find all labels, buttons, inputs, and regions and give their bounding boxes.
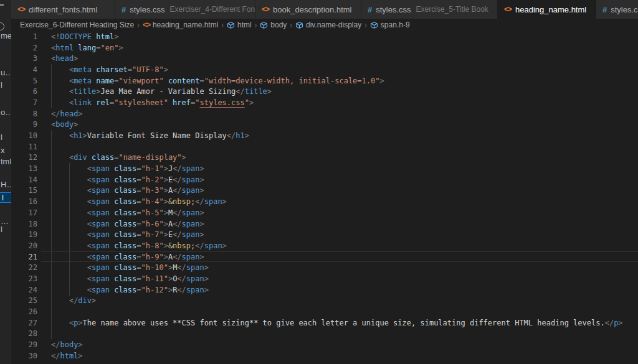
code-line-10[interactable]: 10 <h1>Variable Font Size Name Display</… <box>11 130 638 141</box>
code-line-29[interactable]: 29</body> <box>11 339 638 350</box>
line-number: 10 <box>11 131 37 140</box>
breadcrumb-item-div-name-display[interactable]: div.name-display <box>295 21 361 29</box>
code-content[interactable]: <span class="h-7">E</span> <box>37 229 638 240</box>
code-line-27[interactable]: 27 <p>The name above uses **CSS font siz… <box>11 317 638 329</box>
code-content[interactable]: <meta name="viewport" content="width=dev… <box>37 75 638 86</box>
breadcrumb-item-body[interactable]: body <box>260 21 287 29</box>
code-token: span <box>92 230 110 239</box>
code-token: > <box>164 175 168 184</box>
code-line-1[interactable]: 1<!DOCTYPE html> <box>11 31 638 42</box>
code-line-24[interactable]: 24 <span class="h-12">R</span> <box>11 284 638 296</box>
code-line-23[interactable]: 23 <span class="h-11">O</span> <box>11 273 638 284</box>
code-token: h1 <box>236 131 244 140</box>
tab-styles-css[interactable]: #styles.cssExercise_5-Title Book <box>361 0 498 19</box>
code-content[interactable]: <head> <box>37 53 638 64</box>
explorer-item-fragment[interactable]: tml <box>1 157 11 167</box>
line-number: 15 <box>11 186 37 195</box>
breadcrumb-item-heading_name-html[interactable]: <>heading_name.html <box>143 21 218 29</box>
line-number: 7 <box>11 98 37 107</box>
breadcrumb-label: heading_name.html <box>153 21 218 29</box>
code-content[interactable]: <span class="h-5">M</span> <box>37 207 638 218</box>
code-line-4[interactable]: 4 <meta charset="UTF-8"> <box>11 64 638 75</box>
code-content[interactable]: <link rel="stylesheet" href="styles.css"… <box>37 97 638 108</box>
code-content[interactable]: <span class="h-2">E</span> <box>37 174 638 185</box>
code-token: span <box>92 197 110 206</box>
code-content[interactable]: <span class="h-10">M</span> <box>37 262 638 273</box>
code-content[interactable]: <meta charset="UTF-8"> <box>37 64 638 75</box>
code-content[interactable]: <title>Jea Mae Amor - Variable Sizing</t… <box>37 86 638 97</box>
explorer-selected-item[interactable]: l <box>0 192 11 203</box>
tab-heading_name-html[interactable]: <>heading_name.html✕ <box>498 0 596 19</box>
explorer-item-fragment[interactable]: me <box>1 31 11 41</box>
code-line-6[interactable]: 6 <title>Jea Mae Amor - Variable Sizing<… <box>11 86 638 97</box>
explorer-item-fragment[interactable]: o… <box>1 108 11 118</box>
code-editor[interactable]: 1<!DOCTYPE html>2<html lang="en">3<head>… <box>11 31 638 364</box>
code-line-20[interactable]: 20 <span class="h-8">&nbsp;</span> <box>11 240 638 251</box>
code-token: </ <box>69 296 78 305</box>
code-line-17[interactable]: 17 <span class="h-5">M</span> <box>11 207 638 218</box>
explorer-item-fragment[interactable]: x <box>1 146 5 156</box>
code-line-9[interactable]: 9<body> <box>11 119 638 131</box>
code-content[interactable] <box>37 306 638 317</box>
code-content[interactable]: <p>The name above uses **CSS font sizing… <box>37 317 638 329</box>
tab-styles-css[interactable]: #styles.cssExerciser_4-Different Font <box>115 0 255 19</box>
stylesheet-link[interactable]: styles.css <box>199 98 244 107</box>
breadcrumb-item-span-h-9[interactable]: span.h-9 <box>370 21 410 29</box>
code-line-28[interactable]: 28 <box>11 329 638 340</box>
code-content[interactable]: </div> <box>37 296 638 307</box>
code-content[interactable] <box>37 141 638 152</box>
code-content[interactable]: <div class="name-display"> <box>37 152 638 164</box>
explorer-item-fragment[interactable]: H… <box>1 180 11 190</box>
code-line-16[interactable]: 16 <span class="h-4">&nbsp;</span> <box>11 196 638 207</box>
code-token: class <box>110 220 136 228</box>
code-content[interactable]: <span class="h-3">A</span> <box>37 185 638 197</box>
code-token: "h-11" <box>141 274 168 283</box>
code-content[interactable] <box>37 329 638 340</box>
code-line-3[interactable]: 3<head> <box>11 53 638 64</box>
explorer-item-fragment[interactable]: l <box>1 225 2 235</box>
code-content[interactable]: </head> <box>37 108 638 119</box>
code-line-2[interactable]: 2<html lang="en"> <box>11 42 638 54</box>
breadcrumb-item-html[interactable]: html <box>227 21 252 29</box>
code-line-30[interactable]: 30</html> <box>11 350 638 362</box>
explorer-item-fragment[interactable]: l <box>1 133 2 142</box>
code-line-8[interactable]: 8</head> <box>11 108 638 119</box>
code-line-19[interactable]: 19 <span class="h-7">E</span> <box>11 229 638 240</box>
code-token: "en" <box>101 44 119 52</box>
code-content[interactable]: </body> <box>37 339 638 350</box>
code-content[interactable]: <span class="h-6">A</span> <box>37 218 638 230</box>
tab-book_description-html[interactable]: <>book_description.html <box>255 0 361 19</box>
code-line-13[interactable]: 13 <span class="h-1">J</span> <box>11 163 638 174</box>
code-line-25[interactable]: 25 </div> <box>11 296 638 307</box>
code-content[interactable]: </html> <box>37 350 638 362</box>
code-content[interactable]: <span class="h-4">&nbsp;</span> <box>37 196 638 207</box>
explorer-item-fragment[interactable]: u… <box>1 68 11 78</box>
code-line-11[interactable]: 11 <box>11 141 638 152</box>
code-content[interactable]: <span class="h-12">R</span> <box>37 284 638 296</box>
tab-different_fonts-html[interactable]: <>different_fonts.html <box>11 0 115 19</box>
code-line-15[interactable]: 15 <span class="h-3">A</span> <box>11 185 638 197</box>
code-content[interactable]: <html lang="en"> <box>37 42 638 54</box>
explorer-item-fragment[interactable]: l <box>1 80 2 90</box>
code-token: = <box>136 286 141 294</box>
code-content[interactable]: <span class="h-9">A</span> <box>37 251 638 263</box>
breadcrumb-item-Exercise_6-Different-Heading-Size[interactable]: Exercise_6-Different Heading Size <box>20 21 134 29</box>
code-token: charset <box>92 65 128 74</box>
code-content[interactable]: <!DOCTYPE html> <box>37 31 638 42</box>
code-content[interactable]: <span class="h-1">J</span> <box>37 163 638 174</box>
breadcrumb-label: span.h-9 <box>381 21 410 29</box>
code-line-22[interactable]: 22 <span class="h-10">M</span> <box>11 262 638 273</box>
code-line-12[interactable]: 12 <div class="name-display"> <box>11 152 638 164</box>
code-line-26[interactable]: 26 <box>11 306 638 317</box>
code-line-14[interactable]: 14 <span class="h-2">E</span> <box>11 174 638 185</box>
code-content[interactable]: <body> <box>37 119 638 131</box>
code-content[interactable]: <h1>Variable Font Size Name Display</h1> <box>37 130 638 141</box>
code-content[interactable]: <span class="h-11">O</span> <box>37 273 638 284</box>
code-token <box>51 253 87 261</box>
code-line-21[interactable]: 21 <span class="h-9">A</span> <box>11 251 638 263</box>
code-content[interactable]: <span class="h-8">&nbsp;</span> <box>37 240 638 251</box>
code-line-7[interactable]: 7 <link rel="stylesheet" href="styles.cs… <box>11 97 638 108</box>
code-line-5[interactable]: 5 <meta name="viewport" content="width=d… <box>11 75 638 86</box>
code-line-18[interactable]: 18 <span class="h-6">A</span> <box>11 218 638 230</box>
tab-styles-c[interactable]: #styles.c <box>596 0 638 19</box>
